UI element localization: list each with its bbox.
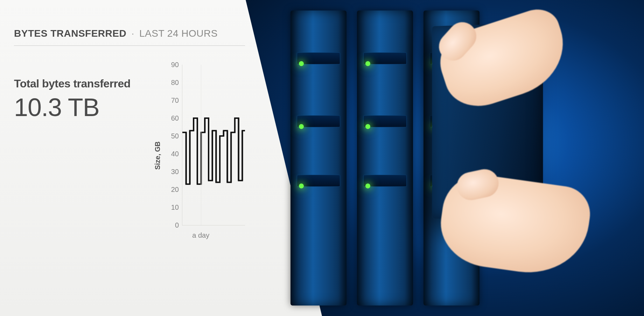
- x-tick: a day: [192, 225, 209, 239]
- y-tick: 0: [175, 221, 182, 229]
- y-tick: 80: [171, 79, 182, 87]
- y-tick: 40: [171, 150, 182, 158]
- header-title: BYTES TRANSFERRED: [14, 28, 126, 39]
- y-tick: 30: [171, 168, 182, 176]
- server-blade: [357, 10, 413, 306]
- y-tick: 90: [171, 61, 182, 69]
- grid-line: [201, 65, 201, 225]
- server-photo: [245, 0, 644, 316]
- server-blade: [290, 10, 346, 306]
- y-tick: 10: [171, 203, 182, 211]
- header-separator: ·: [131, 28, 134, 39]
- y-axis-label: Size, GB: [154, 141, 162, 170]
- y-tick: 70: [171, 96, 182, 105]
- y-tick: 20: [171, 186, 182, 194]
- y-tick: 60: [171, 114, 182, 122]
- y-tick: 50: [171, 132, 182, 140]
- header-range: LAST 24 HOURS: [139, 28, 218, 39]
